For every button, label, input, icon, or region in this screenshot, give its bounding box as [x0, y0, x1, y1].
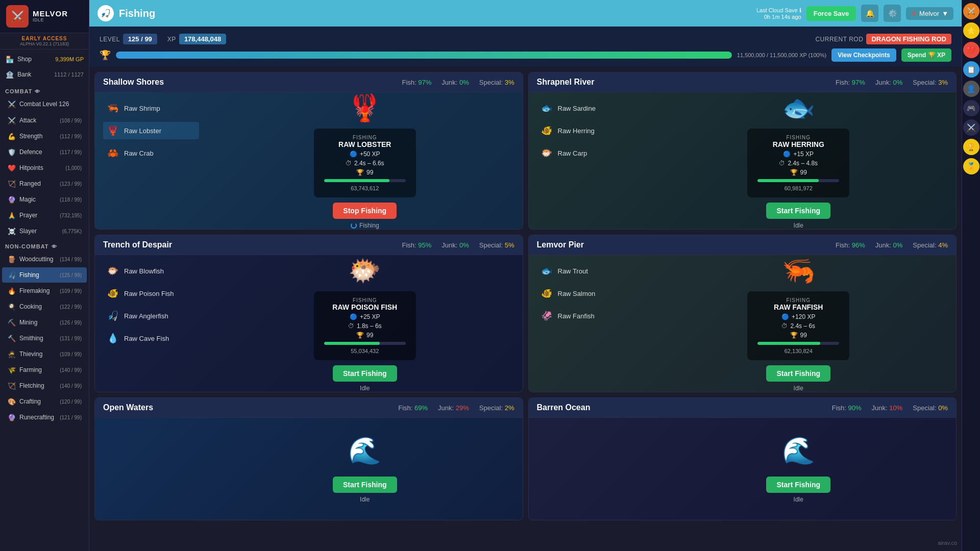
raw-poison-fish-name: Raw Poison Fish: [124, 290, 174, 297]
fish-item-raw-salmon[interactable]: 🐠 Raw Salmon: [537, 285, 633, 302]
rp-heart-button[interactable]: ❤️: [963, 42, 979, 58]
stop-fishing-button-shallow-shores[interactable]: Stop Fishing: [333, 203, 397, 219]
time-value-lemvor-pier: 2.4s – 6s: [790, 322, 815, 330]
sidebar-item-woodcutting[interactable]: 🪵 Woodcutting (134 / 99): [2, 252, 87, 267]
start-fishing-button-shrapnel-river[interactable]: Start Fishing: [766, 203, 830, 219]
fish-item-raw-carp[interactable]: 🐡 Raw Carp: [537, 144, 633, 162]
fishing-area-open-waters: Open Waters Fish: 69% Junk: 29% Special:…: [94, 397, 523, 520]
attack-label: Attack: [19, 117, 60, 124]
raw-sardine-name: Raw Sardine: [558, 105, 596, 112]
fish-item-raw-poison-fish[interactable]: 🐠 Raw Poison Fish: [103, 285, 199, 302]
raw-salmon-icon: 🐠: [540, 286, 554, 300]
rp-game-button[interactable]: 🎮: [963, 100, 979, 116]
noncombat-eye-icon[interactable]: 👁: [52, 244, 57, 249]
spend-xp-label: Spend 🏆 XP: [908, 52, 945, 59]
area-center-trench-of-despair: 🐡 FISHING RAW POISON FISH 🔵 +25 XP ⏱ 1.8…: [207, 255, 523, 392]
cloud-save-info: Last Cloud Save ℹ 0h 1m 14s ago: [756, 7, 801, 20]
fishing-page-icon: 🎣: [97, 5, 114, 21]
woodcutting-levels: (134 / 99): [60, 257, 82, 262]
sidebar-item-shop[interactable]: 🏪 Shop 9,399M GP: [0, 52, 89, 67]
sidebar-item-bank[interactable]: 🏦 Bank 1112 / 1127: [0, 67, 89, 82]
xp-arrow-icon-shallow-shores: 🔵: [350, 151, 357, 158]
sidebar-item-slayer[interactable]: ☠️ Slayer (6,775K): [2, 223, 87, 239]
start-fishing-button-barren-ocean[interactable]: Start Fishing: [766, 477, 830, 493]
fish-pct-lemvor-pier: Fish: 96%: [836, 241, 865, 249]
rp-trophy-button[interactable]: 🏆: [963, 139, 979, 155]
trophy-value-shrapnel-river: 99: [800, 169, 807, 176]
sidebar-item-firemaking[interactable]: 🔥 Firemaking (109 / 99): [2, 283, 87, 298]
raw-fanfish-name: Raw Fanfish: [558, 312, 595, 320]
user-menu-button[interactable]: ✕ Melvor ▼: [906, 7, 953, 20]
noncombat-header-text: NON-COMBAT: [5, 243, 49, 249]
area-name-barren-ocean: Barren Ocean: [537, 403, 822, 412]
combat-eye-icon[interactable]: 👁: [35, 89, 40, 94]
fish-pct-open-waters: Fish: 69%: [398, 404, 428, 412]
force-save-button[interactable]: Force Save: [806, 6, 856, 21]
sidebar-item-cooking[interactable]: 🍳 Cooking (122 / 99): [2, 299, 87, 314]
strength-icon: 💪: [7, 132, 16, 141]
rp-person-button[interactable]: 👤: [963, 81, 979, 97]
area-name-trench-of-despair: Trench of Despair: [103, 240, 392, 249]
rp-sword-button[interactable]: ⚔️: [963, 119, 979, 136]
rp-book-button[interactable]: 📋: [963, 61, 979, 78]
fish-item-raw-anglerfish[interactable]: 🎣 Raw Anglerfish: [103, 307, 199, 324]
area-center-shallow-shores: 🦞 FISHING RAW LOBSTER 🔵 +50 XP ⏱ 2.4s – …: [207, 92, 523, 229]
fish-list-shrapnel-river: 🐟 Raw Sardine 🐠 Raw Herring 🐡 Raw Carp: [529, 92, 641, 229]
sidebar-item-runecrafting[interactable]: 🔮 Runecrafting (121 / 99): [2, 410, 87, 425]
hitpoints-label: Hitpoints: [19, 164, 65, 171]
sidebar-item-ranged[interactable]: 🏹 Ranged (123 / 99): [2, 176, 87, 191]
trophy-value-shallow-shores: 99: [366, 169, 373, 176]
sidebar-item-attack[interactable]: ⚔️ Attack (108 / 99): [2, 113, 87, 128]
time-row-lemvor-pier: ⏱ 2.4s – 6s: [757, 322, 839, 330]
start-fishing-button-trench-of-despair[interactable]: Start Fishing: [333, 365, 397, 382]
fish-item-raw-fanfish[interactable]: 🦑 Raw Fanfish: [537, 307, 633, 324]
fish-list-trench-of-despair: 🐡 Raw Blowfish 🐠 Raw Poison Fish 🎣 Raw A…: [95, 255, 207, 392]
settings-button[interactable]: ⚙️: [884, 5, 901, 22]
fish-item-raw-cave-fish[interactable]: 💧 Raw Cave Fish: [103, 330, 199, 347]
rp-medal-button[interactable]: 🏅: [963, 158, 979, 174]
fish-list-open-waters: [95, 418, 207, 520]
sidebar-item-thieving[interactable]: 🥷 Thieving (109 / 99): [2, 346, 87, 362]
sidebar-item-defence[interactable]: 🛡️ Defence (117 / 99): [2, 144, 87, 160]
magic-label: Magic: [19, 196, 60, 203]
fish-item-raw-sardine[interactable]: 🐟 Raw Sardine: [537, 99, 633, 117]
sidebar-item-magic[interactable]: 🔮 Magic (118 / 99): [2, 192, 87, 207]
page-title: Fishing: [119, 8, 155, 19]
start-fishing-button-open-waters[interactable]: Start Fishing: [333, 477, 397, 493]
xp-row-lemvor-pier: 🔵 +120 XP: [757, 313, 839, 320]
crafting-label: Crafting: [19, 398, 60, 405]
rp-star-button[interactable]: ⭐: [963, 22, 979, 39]
time-icon-shallow-shores: ⏱: [346, 160, 352, 167]
progress-count-shrapnel-river: 60,981,972: [757, 185, 839, 191]
fish-item-raw-shrimp[interactable]: 🦐 Raw Shrimp: [103, 99, 199, 117]
sidebar-item-farming[interactable]: 🌾 Farming (140 / 99): [2, 362, 87, 378]
sidebar-item-prayer[interactable]: 🙏 Prayer (732,195): [2, 208, 87, 223]
raw-anglerfish-name: Raw Anglerfish: [124, 312, 168, 320]
fish-preview-trench-of-despair: 🐡: [348, 255, 381, 286]
sidebar-item-crafting[interactable]: 🎨 Crafting (120 / 99): [2, 394, 87, 409]
prayer-icon: 🙏: [7, 211, 16, 220]
notifications-button[interactable]: 🔔: [861, 5, 878, 22]
sidebar-item-strength[interactable]: 💪 Strength (112 / 99): [2, 129, 87, 144]
sidebar-item-hitpoints[interactable]: ❤️ Hitpoints (1,000): [2, 160, 87, 176]
fish-item-raw-blowfish[interactable]: 🐡 Raw Blowfish: [103, 262, 199, 280]
fishing-status-shallow-shores: Fishing: [351, 222, 379, 229]
fish-item-raw-herring[interactable]: 🐠 Raw Herring: [537, 122, 633, 139]
view-checkpoints-button[interactable]: View Checkpoints: [831, 48, 896, 62]
time-value-shallow-shores: 2.4s – 6.6s: [354, 160, 384, 167]
sidebar-item-fletching[interactable]: 🏹 Fletching (140 / 99): [2, 378, 87, 393]
special-pct-trench-of-despair: Special: 5%: [479, 241, 514, 249]
level-label: LEVEL: [100, 36, 120, 43]
start-fishing-button-lemvor-pier[interactable]: Start Fishing: [766, 365, 830, 382]
fish-item-raw-lobster[interactable]: 🦞 Raw Lobster: [103, 122, 199, 139]
spend-xp-button[interactable]: Spend 🏆 XP: [901, 48, 951, 62]
rp-combat-button[interactable]: ⚔️: [963, 3, 979, 19]
logo-text: MELVOR IDLE: [33, 10, 68, 23]
fish-item-raw-crab[interactable]: 🦀 Raw Crab: [103, 144, 199, 162]
smithing-label: Smithing: [19, 335, 60, 342]
sidebar-item-fishing[interactable]: 🎣 Fishing (125 / 99): [2, 267, 87, 283]
fletching-icon: 🏹: [7, 381, 16, 390]
sidebar-item-smithing[interactable]: 🔨 Smithing (131 / 99): [2, 331, 87, 346]
fish-item-raw-trout[interactable]: 🐟 Raw Trout: [537, 262, 633, 280]
sidebar-item-mining[interactable]: ⛏️ Mining (126 / 99): [2, 315, 87, 330]
